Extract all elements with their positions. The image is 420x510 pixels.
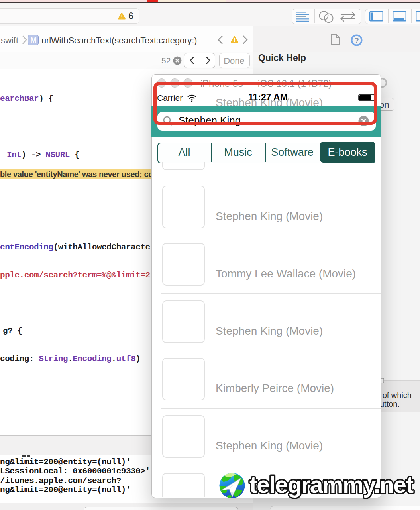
svg-text:?: ? xyxy=(354,36,359,45)
svg-text:telegrammy.net: telegrammy.net xyxy=(249,472,414,498)
